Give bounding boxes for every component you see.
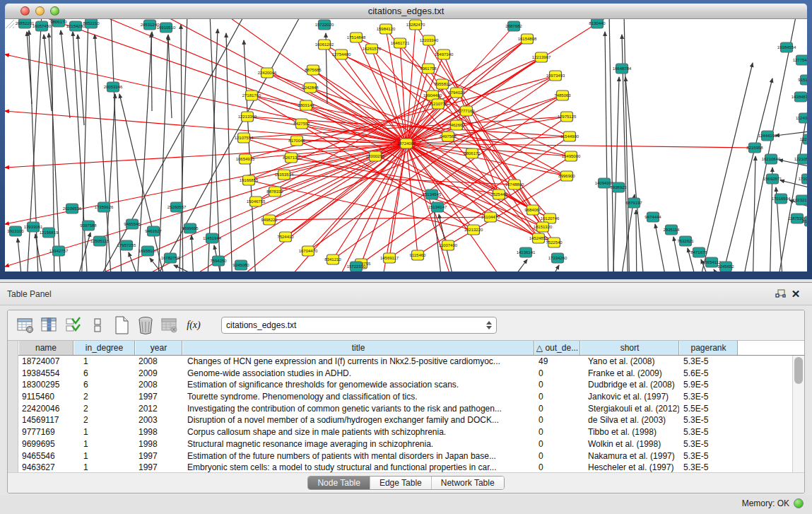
resize-grip-icon[interactable] [5,19,15,29]
tab-network-table[interactable]: Network Table [432,477,504,489]
graph-node[interactable]: 8996900 [558,171,575,181]
network-canvas[interactable]: 1872400722420046271817601221336912107554… [5,19,807,271]
graph-node[interactable]: 6879197 [625,198,642,208]
column-header-name[interactable]: name [18,341,73,355]
graph-node[interactable]: 9806170 [50,19,67,27]
graph-node[interactable]: 11243120 [796,113,807,123]
import-table-button[interactable] [158,314,182,337]
graph-node[interactable]: 2803144 [298,100,314,110]
graph-node[interactable]: 9463627 [145,226,162,236]
delete-table-button[interactable] [134,314,158,337]
graph-node[interactable]: 9699695 [182,223,199,233]
graph-node[interactable]: 8267130 [283,153,300,163]
graph-node[interactable]: 16958107 [139,246,158,256]
table-row[interactable]: 946554611997Estimation of the future num… [18,450,792,462]
graph-node[interactable]: 12213369 [238,112,257,122]
graph-node[interactable]: 17304550 [799,174,807,184]
graph-node[interactable]: 12210550 [794,154,807,164]
graph-node[interactable]: 9397588 [80,221,97,230]
graph-node[interactable]: 8938923 [610,182,627,192]
graph-node[interactable]: 20053346 [104,82,123,92]
cell-view-button[interactable] [86,314,110,337]
table-row[interactable]: 1830029562008Estimation of significance … [18,379,792,391]
graph-node[interactable]: 7524410 [277,232,294,242]
graph-node[interactable]: 10497340 [435,49,454,59]
graph-node[interactable]: 7485063 [554,90,571,100]
graph-node[interactable]: 13942757 [49,246,69,256]
graph-node[interactable]: 7522540 [546,238,563,247]
graph-node[interactable]: 16782759 [161,253,180,263]
graph-node[interactable]: 9151580 [798,75,807,85]
graph-node[interactable]: 9465546 [124,219,141,229]
graph-node[interactable]: 17334260 [548,253,567,263]
graph-node[interactable]: 2687682 [505,21,522,31]
column-header-short[interactable]: short [580,341,679,355]
graph-node[interactable]: 13282470 [406,20,425,30]
column-header-out-degree[interactable]: △ out_de... [534,341,580,355]
tab-node-table[interactable]: Node Table [308,477,370,489]
graph-node[interactable]: 9242848 [302,83,319,93]
column-header-in-degree[interactable]: in_degree [73,341,135,355]
graph-node[interactable]: 16057450 [33,21,52,31]
graph-node[interactable]: 16461721 [391,38,410,48]
graph-node[interactable]: 8130440 [589,19,606,28]
graph-node[interactable]: 16261570 [363,44,382,54]
graph-node[interactable]: 9684067 [524,205,541,215]
graph-node[interactable]: 12203340 [420,35,439,45]
table-row[interactable]: 946362711997Embryonic stem cells: a mode… [18,462,792,472]
graph-node[interactable]: 9498222 [261,215,278,225]
graph-node[interactable]: 16910510 [157,23,176,33]
table-row[interactable]: 2242004622012Investigating the contribut… [18,403,792,415]
graph-node[interactable]: 19384554 [777,42,796,52]
graph-node[interactable]: 25260557 [167,202,187,212]
graph-node[interactable]: 7632621 [677,236,694,246]
graph-node[interactable]: 9777169 [458,106,475,116]
graph-node[interactable]: 15692871 [763,174,782,184]
graph-node[interactable]: 16210640 [762,154,781,164]
tab-edge-table[interactable]: Edge Table [370,477,432,489]
graph-node[interactable]: 10232190 [793,195,807,205]
graph-node[interactable]: 8875685 [305,65,322,75]
zoom-window-button[interactable] [50,6,59,16]
table-select-dropdown[interactable]: citations_edges.txt [221,317,497,334]
graph-node[interactable]: 6794028 [448,88,465,98]
graph-node[interactable]: 17016504 [772,194,791,204]
table-row[interactable]: 977716911998Corpus callosum shape and si… [18,426,792,438]
graph-node[interactable]: 16704470 [299,246,318,256]
column-header-year[interactable]: year [135,341,182,355]
graph-node[interactable]: 3913100 [7,226,24,236]
graph-node[interactable]: 17359926 [95,202,114,212]
new-table-button[interactable] [110,314,134,337]
table-row[interactable]: 1456911722003Disruption of a novel membe… [18,414,792,426]
graph-node[interactable]: 15984120 [377,24,396,34]
graph-node[interactable]: 8170046 [288,136,305,146]
graph-node[interactable]: 15722020 [315,20,334,30]
graph-node[interactable]: 12107554 [235,133,254,143]
graph-node[interactable]: 8652210 [83,19,100,28]
close-panel-button[interactable]: ✕ [788,287,804,301]
column-header-pagerank[interactable]: pagerank [679,341,738,355]
graph-node[interactable]: 6497568 [440,132,457,141]
graph-node[interactable]: 10654935 [236,154,255,164]
graph-node[interactable]: 12775440 [793,55,807,65]
graph-node[interactable]: 16353514 [275,170,294,180]
graph-node[interactable]: 16648784 [613,64,632,74]
row-select-button[interactable] [61,314,86,337]
graph-node[interactable]: 8471676 [690,247,707,257]
graph-node[interactable]: 15495000 [562,151,581,161]
graph-node[interactable]: 9474444 [645,212,661,222]
graph-node[interactable]: 12444190 [758,131,777,141]
graph-node[interactable]: 12156819 [40,228,59,238]
graph-node[interactable]: 7462660 [448,120,465,130]
table-settings-button[interactable] [13,314,37,337]
function-builder-button[interactable]: f(x) [182,314,206,337]
graph-node[interactable]: 8427552 [293,119,310,129]
graph-node[interactable]: 9115460 [410,250,427,260]
graph-node[interactable]: 9806172 [464,148,481,158]
table-row[interactable]: 911546021997Tourette syndrome. Phenomeno… [18,391,792,403]
graph-node[interactable]: 15134545 [423,189,442,199]
column-header-title[interactable]: title [182,341,534,355]
graph-node[interactable]: 8341210 [324,255,341,264]
graph-node[interactable]: 9245080 [233,260,249,270]
vertical-scrollbar[interactable] [792,356,804,472]
